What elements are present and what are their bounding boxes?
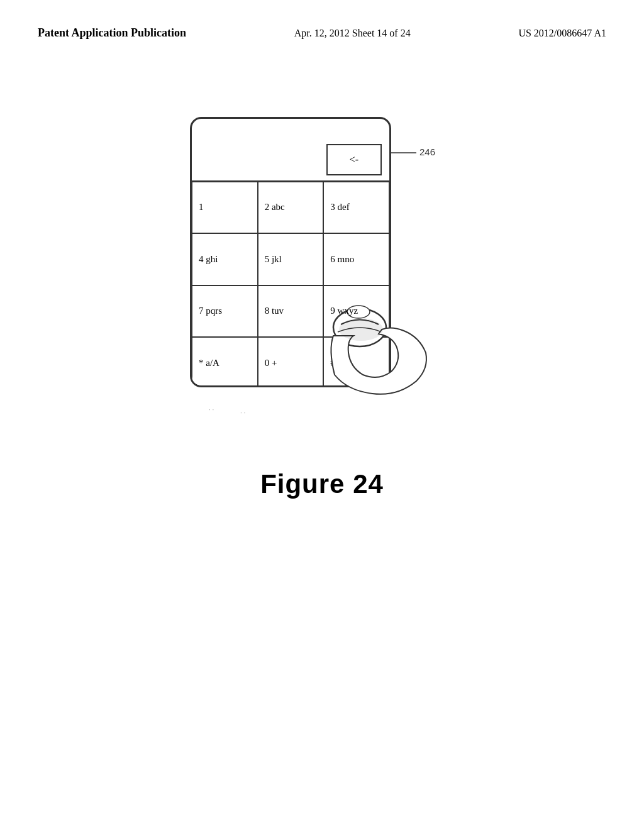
annotation-246: 246 [385,143,435,170]
publication-label: Patent Application Publication [38,25,186,41]
svg-point-8 [339,318,383,341]
key-8[interactable]: 8 tuv [258,285,324,338]
key-4[interactable]: 4 ghi [192,233,258,285]
key-7[interactable]: 7 pqrs [192,285,258,338]
key-0[interactable]: 0 + [258,337,324,387]
main-content: 390 246 <- 1 2 abc [0,117,644,499]
key-1[interactable]: 1 [192,182,258,234]
key-3[interactable]: 3 def [323,182,389,234]
svg-text:246: 246 [419,147,435,157]
device-wrapper: 390 246 <- 1 2 abc [190,117,454,419]
key-5[interactable]: 5 jkl [258,233,324,285]
page-header: Patent Application Publication Apr. 12, … [0,0,644,42]
backspace-button[interactable]: <- [326,144,382,175]
display-area: <- [192,119,389,182]
key-star[interactable]: * a/A [192,337,258,387]
patent-number: US 2012/0086647 A1 [518,25,606,42]
sheet-info: Apr. 12, 2012 Sheet 14 of 24 [294,25,411,42]
figure-caption: Figure 24 [260,469,384,499]
key-6[interactable]: 6 mno [323,233,389,285]
key-2[interactable]: 2 abc [258,182,324,234]
